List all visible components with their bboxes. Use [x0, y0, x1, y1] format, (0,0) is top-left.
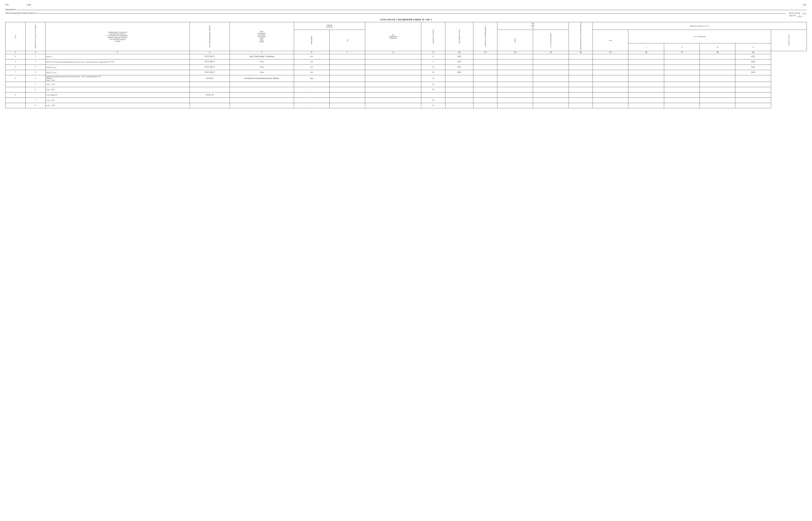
- cell-kod: [365, 103, 421, 108]
- header-row-1: № п.п. позиция по тех. схеме; место уста…: [5, 22, 807, 30]
- col-kod-header: Кодоборудования,материалов: [365, 22, 421, 51]
- need-header-text: потребность по проекту: [432, 29, 434, 44]
- cell-complex: [473, 70, 497, 75]
- cell-unit-name: ": [294, 97, 329, 103]
- colnum-6: 6: [294, 51, 329, 54]
- cell-manuf: То же: [230, 59, 294, 65]
- cell-pp: 4: [5, 54, 26, 59]
- cell-unit-name: п.м.: [294, 54, 329, 59]
- cell-q2: [628, 92, 664, 97]
- cell-need: 61: [421, 82, 445, 87]
- cell-start: [497, 70, 533, 75]
- cell-price: [445, 82, 473, 87]
- table-row: 43Труба 15ГОСТ 3262-75Завод "Трубо-прибо…: [5, 54, 807, 59]
- cell-need: 22: [421, 65, 445, 70]
- cell-complex: [473, 82, 497, 87]
- cell-q2: [628, 70, 664, 75]
- cell-manuf: Завод "Трубо-прибор" г.Ленинград: [230, 54, 294, 59]
- cell-start: [497, 75, 533, 82]
- unit-name-header: наименование: [294, 30, 329, 51]
- col-pp-header: № п.п.: [5, 22, 26, 51]
- pp-header-text: № п.п.: [15, 35, 16, 39]
- cell-unit-code: [329, 92, 365, 97]
- pos-header-text: позиция по тех. схеме; место установки: [34, 24, 36, 48]
- cell-cost: [735, 103, 771, 108]
- cell-total-year: [569, 59, 593, 65]
- table-row: 8t нар. = -30°C"52: [5, 103, 807, 108]
- cell-cost: 0,034: [735, 70, 771, 75]
- table-row: 5IТруба 25 стальная водогазопроводная дл…: [5, 59, 807, 65]
- page-top: Т.П. А.Ш - 28 -: [5, 3, 807, 6]
- table-row: 73Труба 15, то жеГОСТ 3262-75То жеп.м.34…: [5, 70, 807, 75]
- table-row: 9То же, вариант II:М-140--А0: [5, 92, 807, 97]
- cell-complex: [473, 75, 497, 82]
- cell-q3: [664, 92, 699, 97]
- cell-planned: [533, 54, 569, 59]
- cell-planned: [533, 103, 569, 108]
- cell-unit-name: ": [294, 87, 329, 92]
- cell-price: [445, 92, 473, 97]
- cell-total-year: [569, 103, 593, 108]
- cell-unit-code: [329, 54, 365, 59]
- cell-total-year: [569, 70, 593, 75]
- cell-pp: [5, 82, 26, 87]
- cell-kod: [365, 97, 421, 103]
- page-number: - 28 -: [802, 3, 807, 6]
- quarters-header: в т.ч. по кварталам: [628, 30, 771, 43]
- cell-cost: [735, 75, 771, 82]
- table-row: 5t нар. = -30°C"61: [5, 82, 807, 87]
- cell-complex: [473, 87, 497, 92]
- cell-pos: 6: [25, 87, 46, 92]
- col-manuf-header: Завод-изготовитель(для импорт-ного обору…: [230, 22, 294, 51]
- cell-pos: 3: [25, 54, 46, 59]
- start-header: Начало: [497, 30, 533, 51]
- cell-name: Труба 25 стальная водогазопроводная для …: [46, 59, 190, 65]
- cell-q2: [628, 75, 664, 82]
- cell-start: [497, 59, 533, 65]
- cell-q3: [664, 59, 699, 65]
- cell-unit-name: ": [294, 103, 329, 108]
- cell-unit-code: [329, 75, 365, 82]
- cell-total-year: [569, 75, 593, 82]
- col-accept-header: Принятая потребность на 19 г.: [593, 22, 807, 30]
- cell-q3: [664, 54, 699, 59]
- cell-name: t нар. =-20°C: [46, 97, 190, 103]
- cell-kod: [365, 75, 421, 82]
- cell-type: ГОСТ 3262-75: [190, 65, 230, 70]
- cell-planned: [533, 87, 569, 92]
- price-header-text: цена единицы, тыс.руб.: [458, 29, 460, 43]
- cell-pp: 9: [5, 92, 26, 97]
- cell-total-year: [569, 92, 593, 97]
- cell-manuf: [230, 97, 294, 103]
- colnum-19: 19: [735, 51, 771, 54]
- cell-planned: [533, 59, 569, 65]
- cell-q1: [593, 70, 628, 75]
- col-pos-header: позиция по тех. схеме; место установки: [25, 22, 46, 51]
- cell-pos: 4: [25, 75, 46, 82]
- cell-q2: [628, 97, 664, 103]
- cell-need: 40: [421, 97, 445, 103]
- cell-kod: [365, 82, 421, 87]
- sheets-total-value: 5: [802, 12, 807, 14]
- cell-q2: [628, 82, 664, 87]
- colnum-5: 5: [230, 51, 294, 54]
- cell-pos: [25, 92, 46, 97]
- cell-start: [497, 65, 533, 70]
- cell-pp: [5, 87, 26, 92]
- cell-q2: [628, 59, 664, 65]
- cell-price: [445, 97, 473, 103]
- sheets-total-label: Всего листов: [789, 12, 800, 14]
- cell-price: 0,001: [445, 65, 473, 70]
- cell-planned: [533, 82, 569, 87]
- sheet-label: Лист №: [789, 15, 796, 17]
- cell-q1: [593, 97, 628, 103]
- colnum-17: 17: [664, 51, 699, 54]
- cell-kod: [365, 59, 421, 65]
- cell-need: 34: [421, 70, 445, 75]
- cell-price: 0,001: [445, 70, 473, 75]
- cell-manuf: [230, 103, 294, 108]
- cell-start: [497, 92, 533, 97]
- cell-planned: [533, 65, 569, 70]
- unit-code-header: код: [329, 30, 365, 51]
- cell-need: 52: [421, 103, 445, 108]
